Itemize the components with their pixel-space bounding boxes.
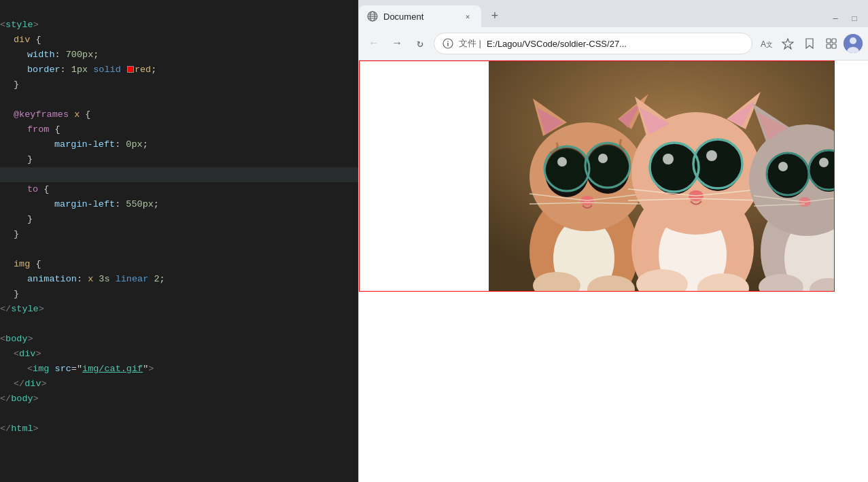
svg-rect-12 — [832, 39, 836, 43]
code-line: margin-left: 0px; — [0, 137, 358, 152]
svg-rect-11 — [827, 39, 831, 43]
svg-point-78 — [778, 162, 788, 171]
browser-window: Document ✕ + — □ ← → ↻ 文件 | E:/ — [358, 0, 868, 482]
code-line-highlighted — [0, 167, 358, 182]
browser-content — [359, 61, 868, 482]
code-line: </style> — [0, 302, 358, 317]
code-editor[interactable]: <style> div { width: 700px; border: 1px … — [0, 0, 358, 482]
browser-chrome: Document ✕ + — □ ← → ↻ 文件 | E:/ — [359, 0, 868, 61]
code-line: } — [0, 152, 358, 167]
svg-point-59 — [706, 150, 717, 161]
bookmark-button[interactable] — [800, 34, 819, 53]
svg-point-36 — [557, 157, 567, 167]
tab-title: Document — [383, 12, 457, 22]
tab-close-button[interactable]: ✕ — [462, 11, 473, 22]
code-line: @keyframes x { — [0, 107, 358, 122]
code-line: width: 700px; — [0, 48, 358, 63]
code-line: </div> — [0, 377, 358, 392]
svg-point-37 — [598, 154, 608, 163]
svg-point-7 — [447, 41, 449, 42]
svg-point-54 — [652, 145, 697, 190]
code-line: <img src="img/cat.gif"> — [0, 362, 358, 377]
bookmark-icon — [803, 37, 816, 50]
code-line: <style> — [0, 18, 358, 33]
code-line: } — [0, 287, 358, 302]
code-line: div { — [0, 33, 358, 48]
code-line: </html> — [0, 421, 358, 436]
browser-tab[interactable]: Document ✕ — [359, 5, 481, 27]
puzzle-icon — [825, 37, 837, 50]
window-controls: — □ — [827, 11, 868, 27]
code-line — [0, 92, 358, 107]
code-line: } — [0, 227, 358, 242]
file-label: 文件 | — [459, 37, 481, 50]
svg-point-79 — [819, 158, 829, 167]
svg-point-32 — [546, 148, 587, 189]
code-line — [0, 407, 358, 421]
back-button[interactable]: ← — [364, 34, 383, 53]
code-line: </body> — [0, 392, 358, 407]
svg-point-74 — [769, 155, 807, 193]
svg-rect-13 — [827, 44, 831, 48]
svg-text:A: A — [761, 39, 766, 49]
svg-rect-14 — [832, 44, 836, 48]
minimize-button[interactable]: — — [827, 11, 844, 27]
code-line — [0, 242, 358, 257]
code-line: animation: x 3s linear 2; — [0, 272, 358, 287]
translate-icon: A 文 — [760, 37, 772, 50]
svg-text:文: 文 — [766, 41, 772, 48]
code-line: } — [0, 212, 358, 227]
svg-point-58 — [663, 154, 674, 165]
svg-point-33 — [587, 145, 628, 186]
address-bar-row: ← → ↻ 文件 | E:/Lagou/VSCode/soldier-CSS/2… — [359, 27, 868, 60]
code-line: <body> — [0, 332, 358, 347]
refresh-button[interactable]: ↻ — [411, 34, 430, 53]
code-line — [0, 317, 358, 332]
extensions-button[interactable] — [822, 34, 841, 53]
svg-point-16 — [850, 37, 856, 44]
code-line: } — [0, 78, 358, 92]
code-line: margin-left: 550px; — [0, 197, 358, 212]
color-swatch-red — [127, 66, 134, 73]
code-line: from { — [0, 122, 358, 137]
info-icon — [442, 38, 453, 49]
demo-div-container — [359, 61, 835, 292]
address-bar[interactable]: 文件 | E:/Lagou/VSCode/soldier-CSS/27... — [434, 33, 752, 54]
svg-point-55 — [695, 141, 740, 186]
code-line: border: 1px solid red; — [0, 63, 358, 78]
svg-marker-10 — [782, 39, 793, 49]
star-button[interactable] — [778, 34, 797, 53]
maximize-button[interactable]: □ — [846, 11, 863, 27]
translate-button[interactable]: A 文 — [757, 34, 776, 53]
forward-button[interactable]: → — [387, 34, 406, 53]
star-icon — [782, 37, 794, 50]
code-line — [0, 3, 358, 18]
code-line: to { — [0, 182, 358, 197]
user-avatar[interactable] — [844, 34, 863, 53]
toolbar-icons: A 文 — [757, 34, 863, 53]
avatar-icon — [844, 34, 863, 53]
address-url: E:/Lagou/VSCode/soldier-CSS/27... — [487, 39, 627, 49]
cat-image — [489, 61, 835, 292]
new-tab-button[interactable]: + — [484, 5, 506, 27]
tab-bar: Document ✕ + — □ — [359, 0, 868, 27]
code-line: img { — [0, 257, 358, 272]
globe-icon — [367, 11, 378, 22]
code-line: <div> — [0, 347, 358, 362]
